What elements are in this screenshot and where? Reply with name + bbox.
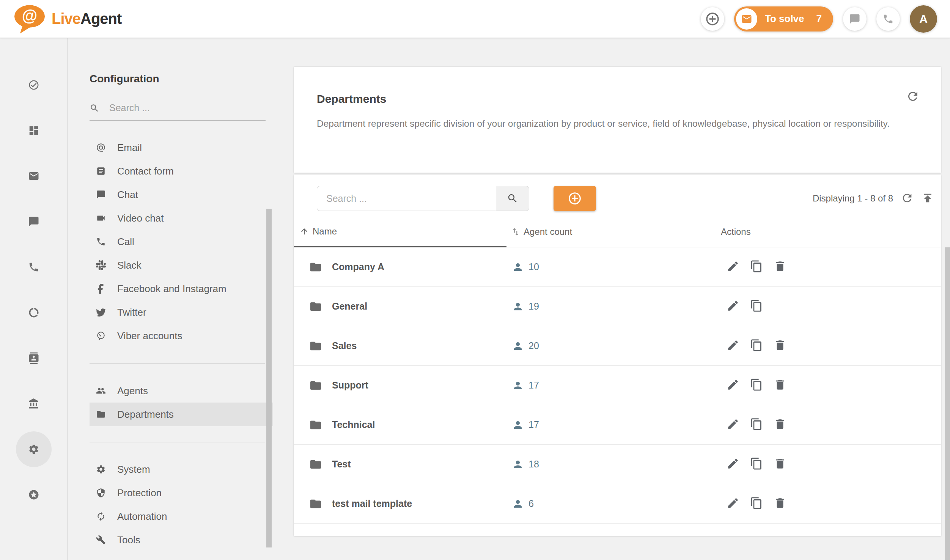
edit-button[interactable] bbox=[727, 260, 739, 274]
sidebar-item-system[interactable]: System bbox=[90, 458, 273, 481]
sidebar-item-label: Video chat bbox=[117, 212, 164, 224]
viber-icon bbox=[96, 331, 106, 341]
agent-count-cell: 20 bbox=[506, 326, 713, 365]
edit-button[interactable] bbox=[727, 497, 739, 511]
people-icon bbox=[96, 386, 106, 396]
rail-item-configuration[interactable] bbox=[0, 426, 67, 472]
delete-button[interactable] bbox=[774, 339, 786, 353]
copy-button[interactable] bbox=[750, 418, 763, 432]
department-name: Technical bbox=[332, 419, 375, 430]
column-header-name[interactable]: Name bbox=[294, 216, 506, 247]
table-search bbox=[317, 186, 529, 211]
rail-item-chats[interactable] bbox=[0, 199, 67, 244]
sidebar-divider bbox=[90, 442, 265, 442]
copy-button[interactable] bbox=[750, 299, 763, 313]
edit-button[interactable] bbox=[727, 378, 739, 392]
departments-header-card: Departments Department represent specifi… bbox=[294, 67, 941, 173]
edit-button[interactable] bbox=[727, 418, 739, 432]
sidebar-item-email[interactable]: Email bbox=[90, 136, 273, 159]
department-name-cell[interactable]: Support bbox=[294, 366, 506, 405]
refresh-list-button[interactable] bbox=[901, 192, 914, 206]
department-name: General bbox=[332, 301, 367, 312]
department-name-cell[interactable]: Company A bbox=[294, 247, 506, 286]
sidebar-item-twitter[interactable]: Twitter bbox=[90, 300, 273, 324]
sidebar-item-departments[interactable]: Departments bbox=[90, 403, 273, 426]
main-content: Departments Department represent specifi… bbox=[294, 67, 941, 536]
copy-button[interactable] bbox=[750, 339, 763, 353]
sidebar-item-label: Automation bbox=[117, 511, 167, 522]
department-name-cell[interactable]: VIP bbox=[294, 524, 506, 536]
copy-button[interactable] bbox=[750, 457, 763, 471]
sidebar-item-slack[interactable]: Slack bbox=[90, 253, 273, 277]
rail-item-calls[interactable] bbox=[0, 244, 67, 290]
sidebar-item-contact-form[interactable]: Contact form bbox=[90, 159, 273, 183]
copy-icon bbox=[750, 260, 763, 273]
refresh-page-button[interactable] bbox=[906, 90, 920, 104]
sidebar-item-viber-accounts[interactable]: Viber accounts bbox=[90, 324, 273, 348]
rail-item-gamification[interactable] bbox=[0, 472, 67, 518]
topbar: @ LiveAgent To solve 7 A bbox=[0, 0, 950, 38]
refresh-icon bbox=[901, 192, 914, 204]
sidebar-item-automation[interactable]: Automation bbox=[90, 505, 273, 528]
sidebar-item-label: Facebook and Instagram bbox=[117, 283, 226, 295]
rail-item-tickets[interactable] bbox=[0, 153, 67, 199]
person-icon bbox=[512, 498, 524, 510]
edit-button[interactable] bbox=[727, 299, 739, 313]
row-actions bbox=[713, 484, 941, 523]
delete-icon bbox=[774, 497, 786, 510]
sidebar-item-label: Slack bbox=[117, 260, 142, 271]
rail-item-reports[interactable] bbox=[0, 290, 67, 335]
department-name-cell[interactable]: test mail template bbox=[294, 484, 506, 523]
department-name-cell[interactable]: Test bbox=[294, 445, 506, 484]
delete-button[interactable] bbox=[774, 497, 786, 511]
sidebar-item-tools[interactable]: Tools bbox=[90, 528, 273, 552]
calls-button[interactable] bbox=[876, 7, 900, 31]
sidebar-scrollbar[interactable] bbox=[266, 209, 272, 547]
page-title: Departments bbox=[317, 93, 918, 105]
sidebar-item-video-chat[interactable]: Video chat bbox=[90, 206, 273, 230]
department-name-cell[interactable]: General bbox=[294, 287, 506, 326]
logo[interactable]: @ LiveAgent bbox=[13, 4, 121, 34]
sidebar-search-input[interactable] bbox=[109, 102, 266, 113]
delete-button[interactable] bbox=[774, 457, 786, 471]
table-search-button[interactable] bbox=[496, 186, 529, 211]
to-solve-button[interactable]: To solve 7 bbox=[734, 6, 833, 31]
gear-icon bbox=[96, 464, 106, 474]
delete-button[interactable] bbox=[774, 418, 786, 432]
rail-item-dashboard[interactable] bbox=[0, 108, 67, 153]
search-icon bbox=[90, 103, 99, 113]
create-new-button[interactable] bbox=[701, 7, 724, 31]
sidebar-item-call[interactable]: Call bbox=[90, 230, 273, 253]
edit-button[interactable] bbox=[727, 457, 739, 471]
sidebar-item-agents[interactable]: Agents bbox=[90, 379, 273, 403]
column-header-agent-count[interactable]: Agent count bbox=[506, 216, 713, 247]
bank-icon bbox=[28, 398, 39, 409]
copy-button[interactable] bbox=[750, 497, 763, 511]
check-circle-icon bbox=[28, 79, 39, 91]
sidebar-item-facebook-and-instagram[interactable]: Facebook and Instagram bbox=[90, 277, 273, 300]
table-search-input[interactable] bbox=[317, 186, 496, 211]
sidebar-item-protection[interactable]: Protection bbox=[90, 481, 273, 505]
avatar[interactable]: A bbox=[910, 5, 937, 33]
add-department-button[interactable] bbox=[554, 186, 596, 211]
copy-button[interactable] bbox=[750, 378, 763, 392]
delete-button[interactable] bbox=[774, 260, 786, 274]
copy-button[interactable] bbox=[750, 260, 763, 274]
edit-icon bbox=[727, 260, 739, 273]
rail-item-companies[interactable] bbox=[0, 381, 67, 426]
edit-button[interactable] bbox=[727, 339, 739, 353]
phone-icon bbox=[28, 261, 39, 273]
folder-icon bbox=[309, 379, 322, 392]
delete-button[interactable] bbox=[774, 378, 786, 392]
email-icon bbox=[741, 13, 752, 25]
scroll-to-top-button[interactable] bbox=[921, 192, 934, 206]
sidebar-item-chat[interactable]: Chat bbox=[90, 183, 273, 206]
rail-item-tasks[interactable] bbox=[0, 62, 67, 108]
department-name-cell[interactable]: Sales bbox=[294, 326, 506, 365]
person-icon bbox=[512, 340, 524, 352]
department-name-cell[interactable]: Technical bbox=[294, 405, 506, 444]
page-scrollbar[interactable] bbox=[945, 247, 950, 560]
person-icon bbox=[512, 419, 524, 431]
chats-button[interactable] bbox=[843, 7, 867, 31]
rail-item-customers[interactable] bbox=[0, 335, 67, 381]
